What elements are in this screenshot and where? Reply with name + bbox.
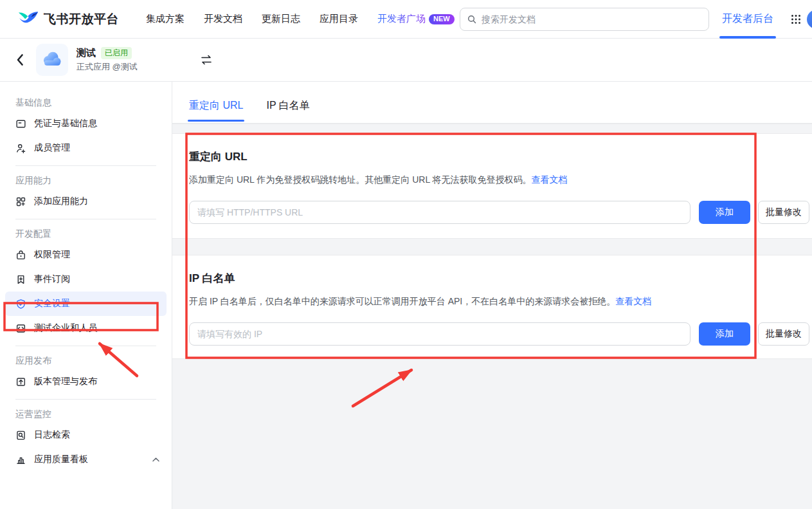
main-content: 重定向 URL IP 白名单 重定向 URL 添加重定向 URL 作为免登授权码… bbox=[172, 82, 812, 509]
sidebar-section-capabilities: 应用能力 bbox=[15, 174, 156, 187]
app-name: 测试 bbox=[77, 47, 96, 59]
member-add-icon bbox=[15, 143, 26, 154]
app-subtitle: 正式应用 @测试 bbox=[77, 61, 138, 73]
sidebar-section-release: 应用发布 bbox=[15, 354, 156, 367]
apps-grid-icon[interactable] bbox=[790, 14, 802, 25]
redirect-url-section: 重定向 URL 添加重定向 URL 作为免登授权码跳转地址。其他重定向 URL … bbox=[172, 134, 812, 238]
sidebar-item-add-capability[interactable]: 添加应用能力 bbox=[5, 189, 167, 214]
divider bbox=[15, 219, 156, 219]
add-button[interactable]: 添加 bbox=[699, 201, 750, 224]
sidebar-item-permissions[interactable]: 权限管理 bbox=[5, 243, 167, 267]
chevron-up-icon[interactable] bbox=[152, 457, 160, 463]
section-description: 开启 IP 白名单后，仅白名单中的来源请求可以正常调用开放平台 API，不在白名… bbox=[189, 294, 809, 308]
tab-ip-whitelist[interactable]: IP 白名单 bbox=[266, 99, 309, 123]
log-search-icon bbox=[15, 430, 26, 441]
app-cloud-icon bbox=[36, 44, 68, 76]
sidebar-item-quality-dashboard[interactable]: 应用质量看板 bbox=[5, 447, 167, 472]
doc-link[interactable]: 查看文档 bbox=[615, 296, 651, 306]
nav-item-docs[interactable]: 开发文档 bbox=[204, 13, 242, 25]
app-meta: 测试 已启用 正式应用 @测试 bbox=[77, 47, 138, 73]
section-gap bbox=[172, 238, 812, 255]
new-badge: NEW bbox=[429, 14, 455, 24]
search-icon bbox=[467, 14, 477, 24]
nav-item-integration[interactable]: 集成方案 bbox=[146, 13, 185, 25]
code-icon bbox=[15, 323, 26, 334]
bar-chart-icon bbox=[15, 454, 26, 465]
feishu-logo-icon bbox=[18, 10, 39, 28]
sidebar-item-label: 权限管理 bbox=[34, 249, 70, 261]
sidebar-item-label: 事件订阅 bbox=[34, 273, 70, 285]
back-icon[interactable] bbox=[15, 53, 24, 67]
redirect-url-input-row: 添加 批量修改 bbox=[189, 201, 809, 224]
brand-logo[interactable]: 飞书开放平台 bbox=[18, 10, 119, 28]
shield-check-icon bbox=[15, 299, 26, 310]
sidebar-item-label: 日志检索 bbox=[34, 429, 70, 441]
status-badge-enabled: 已启用 bbox=[101, 47, 132, 59]
ip-whitelist-input-row: 添加 批量修改 bbox=[189, 322, 809, 346]
sidebar-item-test-company[interactable]: 测试企业和人员 bbox=[5, 316, 167, 340]
nav-item-developer-console[interactable]: 开发者后台 bbox=[722, 0, 773, 39]
divider bbox=[15, 165, 156, 166]
sidebar: 基础信息 凭证与基础信息 成员管理 应用能力 bbox=[0, 82, 172, 509]
sidebar-item-members[interactable]: 成员管理 bbox=[5, 136, 167, 160]
sidebar-item-label: 添加应用能力 bbox=[34, 196, 88, 207]
batch-edit-button[interactable]: 批量修改 bbox=[758, 322, 809, 346]
app-header: 测试 已启用 正式应用 @测试 bbox=[0, 39, 812, 82]
grid-add-icon bbox=[15, 196, 26, 207]
sidebar-item-credentials[interactable]: 凭证与基础信息 bbox=[5, 111, 167, 136]
sidebar-section-monitoring: 运营监控 bbox=[15, 407, 156, 420]
tab-redirect-url[interactable]: 重定向 URL bbox=[189, 99, 243, 123]
top-navbar: 飞书开放平台 集成方案 开发文档 更新日志 应用目录 开发者广场 NEW 开发者… bbox=[0, 0, 812, 39]
avatar[interactable] bbox=[807, 10, 812, 29]
add-button[interactable]: 添加 bbox=[699, 322, 750, 346]
nav-item-developer-plaza[interactable]: 开发者广场 NEW bbox=[377, 13, 455, 25]
sidebar-item-version-release[interactable]: 版本管理与发布 bbox=[5, 369, 167, 394]
search-box[interactable] bbox=[460, 8, 709, 31]
sidebar-item-label: 版本管理与发布 bbox=[34, 376, 97, 387]
redirect-url-input[interactable] bbox=[189, 201, 690, 224]
doc-link[interactable]: 查看文档 bbox=[532, 174, 568, 185]
tabbar: 重定向 URL IP 白名单 bbox=[172, 82, 812, 124]
event-subscribe-icon bbox=[15, 274, 26, 285]
ip-whitelist-input[interactable] bbox=[189, 322, 690, 346]
section-title: IP 白名单 bbox=[189, 271, 809, 286]
section-description: 添加重定向 URL 作为免登授权码跳转地址。其他重定向 URL 将无法获取免登授… bbox=[189, 172, 809, 187]
nav-item-app-directory[interactable]: 应用目录 bbox=[320, 13, 358, 25]
sidebar-section-basic-info: 基础信息 bbox=[15, 96, 156, 109]
sidebar-section-dev-config: 开发配置 bbox=[15, 227, 156, 240]
divider bbox=[15, 399, 156, 400]
brand-title: 飞书开放平台 bbox=[44, 11, 119, 28]
section-title: 重定向 URL bbox=[189, 149, 809, 165]
sidebar-item-log-search[interactable]: 日志检索 bbox=[5, 423, 167, 447]
sidebar-item-label: 应用质量看板 bbox=[34, 454, 88, 465]
sidebar-item-label: 安全设置 bbox=[34, 298, 70, 310]
permission-icon bbox=[15, 250, 26, 261]
sidebar-item-event-subscription[interactable]: 事件订阅 bbox=[5, 267, 167, 292]
id-card-icon bbox=[15, 118, 26, 129]
switch-app-icon[interactable] bbox=[199, 54, 213, 66]
description-text: 添加重定向 URL 作为免登授权码跳转地址。其他重定向 URL 将无法获取免登授… bbox=[189, 174, 532, 185]
sidebar-item-security-settings[interactable]: 安全设置 bbox=[5, 292, 167, 316]
divider bbox=[15, 346, 156, 346]
sidebar-item-label: 凭证与基础信息 bbox=[34, 118, 97, 129]
search-input[interactable] bbox=[482, 14, 702, 24]
ip-whitelist-section: IP 白名单 开启 IP 白名单后，仅白名单中的来源请求可以正常调用开放平台 A… bbox=[172, 255, 812, 359]
section-gap bbox=[172, 124, 812, 134]
nav-item-changelog[interactable]: 更新日志 bbox=[262, 13, 300, 25]
sidebar-item-label: 成员管理 bbox=[34, 142, 70, 154]
description-text: 开启 IP 白名单后，仅白名单中的来源请求可以正常调用开放平台 API，不在白名… bbox=[189, 296, 615, 306]
sidebar-item-label: 测试企业和人员 bbox=[34, 322, 97, 334]
nav-links: 集成方案 开发文档 更新日志 应用目录 开发者广场 NEW bbox=[146, 13, 455, 25]
batch-edit-button[interactable]: 批量修改 bbox=[758, 201, 809, 224]
publish-icon bbox=[15, 376, 26, 387]
